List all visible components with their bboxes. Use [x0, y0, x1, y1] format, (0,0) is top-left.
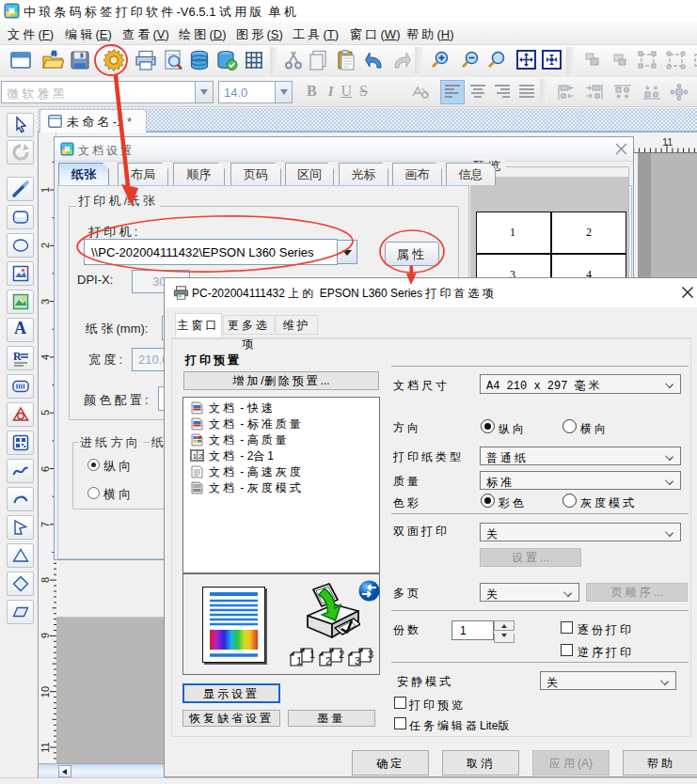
svg-text:6: 6 [40, 466, 51, 472]
svg-text:1: 1 [40, 187, 51, 193]
svg-text:2: 2 [40, 243, 51, 248]
svg-text:3: 3 [355, 655, 360, 666]
svg-text:9: 9 [40, 633, 51, 638]
svg-text:2: 2 [325, 655, 331, 666]
svg-text:10: 10 [40, 686, 51, 698]
svg-text:7: 7 [40, 522, 51, 527]
svg-text:1: 1 [193, 452, 198, 461]
svg-text:1: 1 [296, 655, 302, 666]
svg-text:4: 4 [40, 354, 51, 360]
svg-text:5: 5 [40, 410, 51, 416]
svg-text:1: 1 [309, 649, 315, 660]
svg-text:8: 8 [40, 577, 51, 583]
svg-text:2: 2 [339, 649, 344, 660]
svg-text:3: 3 [368, 649, 373, 660]
svg-text:3: 3 [40, 299, 51, 305]
svg-text:R: R [13, 350, 22, 363]
svg-text:2: 2 [198, 452, 203, 461]
svg-text:11: 11 [40, 742, 51, 752]
